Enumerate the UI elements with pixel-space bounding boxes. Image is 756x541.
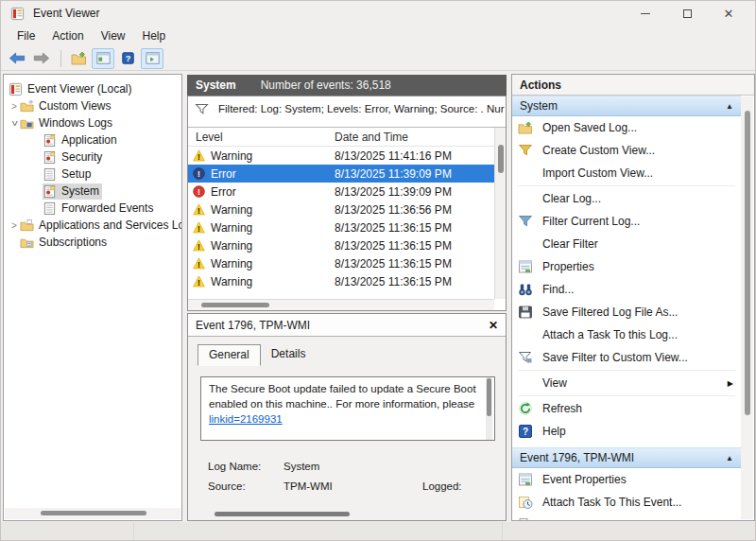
open-folder-icon [518, 120, 533, 135]
action-clear-filter[interactable]: Clear Filter [512, 233, 741, 255]
tree-horizontal-scrollbar[interactable] [5, 508, 180, 519]
minimize-button[interactable] [625, 1, 666, 26]
collapse-arrow-icon[interactable]: ▲ [726, 454, 733, 462]
tree-item-application[interactable]: Application [4, 131, 181, 148]
toolbar: ? [1, 46, 755, 71]
help-button[interactable]: ? [116, 48, 139, 69]
back-arrow-icon [9, 52, 26, 64]
tree-item-forwarded-events[interactable]: Forwarded Events [4, 200, 181, 217]
menu-file[interactable]: File [9, 27, 43, 44]
action-help[interactable]: ? Help [512, 420, 741, 443]
console-tree-toggle-button[interactable] [92, 48, 114, 69]
field-value: System [284, 461, 425, 472]
bottom-seam [502, 522, 503, 541]
open-saved-log-button[interactable] [67, 48, 90, 69]
action-open-saved-log[interactable]: Open Saved Log... [512, 116, 741, 139]
event-row[interactable]: ! Warning 8/13/2025 11:36:56 PM [188, 201, 494, 218]
tree-item-setup[interactable]: Setup [4, 166, 181, 183]
tree-item-event-viewer-local[interactable]: Event Viewer (Local) [4, 80, 181, 97]
action-pane-toggle-button[interactable] [141, 48, 163, 69]
action-refresh[interactable]: Refresh [512, 397, 741, 420]
action-create-custom-view[interactable]: Create Custom View... [512, 139, 741, 162]
filter-bar[interactable]: Filtered: Log: System; Levels: Error, Wa… [188, 96, 506, 121]
action-view[interactable]: View ▶ [512, 372, 741, 394]
action-label: View [542, 376, 728, 390]
action-event-properties[interactable]: Event Properties [512, 468, 741, 491]
action-attach-task-to-log[interactable]: Attach a Task To this Log... [512, 323, 741, 346]
action-attach-task-to-event[interactable]: Attach Task To This Event... [512, 491, 741, 514]
message-vertical-scrollbar[interactable] [486, 377, 492, 440]
message-link[interactable]: linkid=2169931 [209, 413, 283, 425]
event-level: Warning [211, 221, 335, 235]
details-close-icon[interactable]: ✕ [489, 319, 498, 332]
field-row: Log Name: System [208, 456, 498, 476]
maximize-button[interactable] [666, 1, 708, 26]
field-value: TPM-WMI [284, 480, 396, 492]
tree-item-applications-services-log[interactable]: > Applications and Services Log [4, 217, 181, 234]
svg-text:!: ! [198, 206, 200, 216]
tab-details[interactable]: Details [261, 344, 317, 366]
actions-body: System ▲ Open Saved Log... Create Custom… [512, 96, 741, 520]
scrollbar-thumb[interactable] [201, 303, 269, 307]
no-icon [518, 375, 533, 391]
event-row[interactable]: ! Warning 8/13/2025 11:36:15 PM [188, 272, 494, 290]
forward-button[interactable] [30, 48, 53, 69]
event-message-box[interactable]: The Secure Boot update failed to update … [200, 376, 495, 441]
collapse-arrow-icon[interactable]: ▲ [726, 102, 733, 111]
actions-vertical-scrollbar[interactable] [741, 96, 753, 519]
details-horizontal-scrollbar[interactable] [188, 508, 506, 520]
actions-section-event[interactable]: Event 1796, TPM-WMI ▲ [512, 447, 741, 468]
tree-item-system[interactable]: System [4, 183, 181, 200]
action-copy[interactable]: Copy ▶ [512, 514, 741, 520]
menu-help[interactable]: Help [134, 27, 175, 44]
log-title: System [196, 79, 236, 92]
action-import-custom-view[interactable]: Import Custom View... [512, 162, 741, 184]
actions-section-system[interactable]: System ▲ [512, 96, 741, 116]
back-button[interactable] [6, 48, 28, 69]
scrollbar-thumb[interactable] [215, 512, 350, 516]
maximize-icon [683, 9, 692, 18]
event-row-selected[interactable]: ! Error 8/13/2025 11:39:09 PM [188, 165, 494, 183]
warning-icon: ! [193, 149, 205, 162]
tree-item-label: Application [61, 133, 117, 147]
column-header-datetime[interactable]: Date and Time [335, 131, 506, 144]
action-save-filter-to-custom-view[interactable]: Save Filter to Custom View... [512, 346, 741, 369]
chevron-down-icon[interactable]: > [9, 117, 20, 129]
window-bottom-strip [1, 522, 755, 541]
chevron-right-icon[interactable]: > [9, 220, 20, 231]
tree-item-subscriptions[interactable]: Subscriptions [4, 234, 181, 251]
tree-item-label: Custom Views [39, 99, 111, 113]
event-row[interactable]: ! Warning 8/13/2025 11:41:16 PM [188, 147, 494, 165]
action-find[interactable]: Find... [512, 278, 741, 301]
scrollbar-thumb[interactable] [745, 111, 750, 415]
menu-action[interactable]: Action [43, 27, 92, 44]
tree-item-security[interactable]: Security [4, 148, 181, 166]
tree-selection-highlight: System [43, 183, 102, 200]
scrollbar-thumb[interactable] [41, 511, 146, 515]
folder-icon [20, 99, 34, 113]
action-properties[interactable]: Properties [512, 255, 741, 278]
menu-bar: File Action View Help [1, 26, 755, 46]
tree-item-windows-logs[interactable]: > Windows Logs [4, 114, 181, 131]
event-row[interactable]: ! Warning 8/13/2025 11:36:15 PM [188, 254, 494, 272]
event-viewer-app-icon [10, 7, 25, 21]
action-filter-current-log[interactable]: Filter Current Log... [512, 210, 741, 233]
scrollbar-thumb[interactable] [487, 378, 491, 416]
event-list-horizontal-scrollbar[interactable] [188, 299, 494, 310]
event-level: Warning [211, 149, 335, 163]
scrollbar-thumb[interactable] [498, 145, 504, 173]
svg-text:!: ! [198, 242, 200, 252]
event-level: Error [211, 185, 335, 199]
close-button[interactable]: ✕ [708, 1, 749, 26]
column-header-level[interactable]: Level [188, 131, 335, 144]
event-row[interactable]: ! Warning 8/13/2025 11:36:15 PM [188, 236, 494, 254]
chevron-right-icon[interactable]: > [9, 101, 20, 112]
event-row[interactable]: ! Error 8/13/2025 11:39:09 PM [188, 183, 494, 201]
menu-view[interactable]: View [93, 27, 134, 44]
action-save-filtered-log[interactable]: Save Filtered Log File As... [512, 301, 741, 323]
action-clear-log[interactable]: Clear Log... [512, 187, 741, 210]
event-row[interactable]: ! Warning 8/13/2025 11:36:15 PM [188, 218, 494, 236]
tab-general[interactable]: General [198, 344, 261, 366]
event-list-vertical-scrollbar[interactable] [494, 128, 506, 299]
tree-item-custom-views[interactable]: > Custom Views [4, 97, 181, 114]
